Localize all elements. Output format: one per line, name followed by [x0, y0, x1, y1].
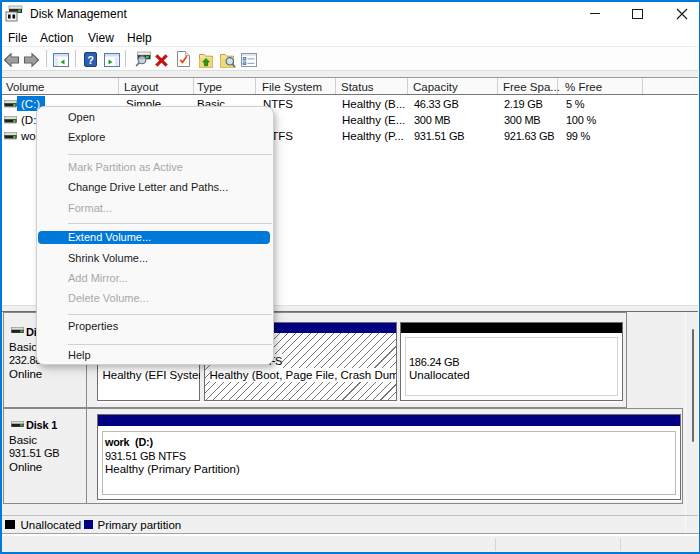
svg-text:?: ?: [87, 54, 94, 66]
